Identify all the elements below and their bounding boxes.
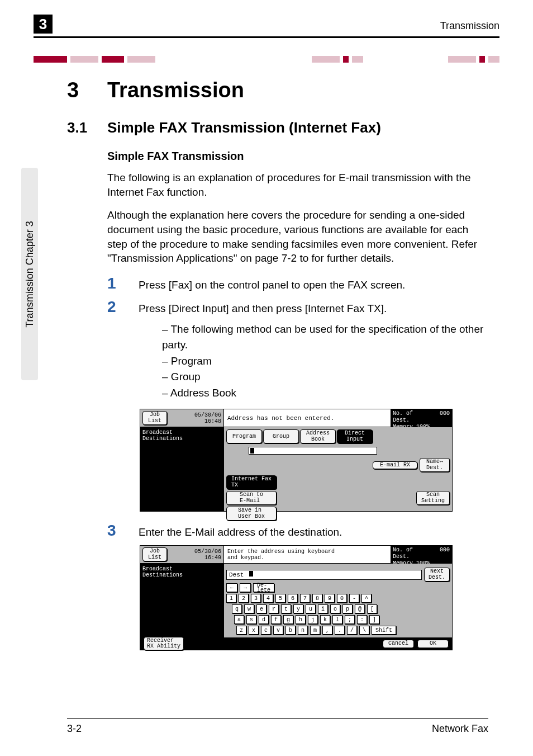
keyboard-key[interactable]: ^	[361, 594, 372, 603]
keyboard-key[interactable]: p	[342, 604, 353, 613]
job-list-button[interactable]: Job List	[142, 411, 167, 425]
keyboard-key[interactable]: ,	[322, 626, 332, 635]
email-rx-button[interactable]: E-mail RX	[373, 461, 417, 470]
product-name: Network Fax	[432, 723, 488, 735]
step-number: 3	[107, 522, 139, 540]
keyboard-key[interactable]: k	[320, 615, 330, 624]
running-title: Transmission	[440, 20, 499, 32]
address-book-tab[interactable]: Address Book	[300, 429, 336, 443]
keyboard-key[interactable]: 7	[300, 594, 310, 603]
keyboard-key[interactable]: 1	[226, 594, 236, 603]
step-text: Press [Direct Input] and then press [Int…	[139, 298, 387, 316]
keyboard-key[interactable]: o	[330, 604, 340, 613]
sublist-note: The following method can be used for the…	[162, 322, 488, 353]
decorative-bar	[34, 56, 499, 63]
arrow-left-key[interactable]: ←	[226, 583, 237, 592]
name-dest-button[interactable]: Name↔ Dest.	[420, 458, 450, 472]
dest-field-label: Dest	[229, 571, 244, 578]
keyboard-key[interactable]: h	[296, 615, 306, 624]
keyboard-key[interactable]: s	[246, 615, 256, 624]
step-text: Enter the E-Mail address of the destinat…	[139, 522, 342, 540]
lcd-left-panel: Broadcast Destinations	[140, 564, 224, 637]
keyboard-key[interactable]: l	[332, 615, 342, 624]
sublist-item: Program	[162, 353, 488, 370]
receiver-rx-ability-button[interactable]: Receiver RX Ability	[144, 637, 184, 650]
keyboard-key[interactable]: b	[285, 626, 296, 635]
keyboard-key[interactable]: r	[269, 604, 279, 613]
keyboard-key[interactable]: -	[349, 594, 359, 603]
paragraph: The following is an explanation of proce…	[107, 171, 488, 199]
arrow-right-key[interactable]: →	[240, 583, 251, 592]
keyboard-row-num: 1234567890-^	[226, 594, 450, 603]
lcd-dest-count: 000	[440, 547, 450, 560]
keyboard-key[interactable]: i	[318, 604, 328, 613]
h2-number: 3.1	[67, 119, 107, 136]
keyboard-key[interactable]: n	[298, 626, 308, 635]
keyboard-key[interactable]: v	[273, 626, 283, 635]
direct-input-tab[interactable]: Direct Input	[337, 429, 373, 443]
lcd-left-panel: Broadcast Destinations	[140, 427, 224, 511]
page-footer: 3-2 Network Fax	[67, 718, 488, 735]
keyboard-key[interactable]: 0	[337, 594, 347, 603]
keyboard-key[interactable]: 8	[312, 594, 322, 603]
keyboard-key[interactable]: j	[308, 615, 318, 624]
cancel-button[interactable]: Cancel	[383, 640, 414, 648]
keyboard-key[interactable]: ;	[345, 615, 355, 624]
h1-text: Transmission	[107, 78, 244, 102]
keyboard-key[interactable]: 6	[288, 594, 298, 603]
keyboard-key[interactable]: f	[271, 615, 281, 624]
keyboard-row-a: asdfghjkl;:]	[234, 615, 450, 624]
paragraph: Although the explanation here covers the…	[107, 208, 488, 266]
keyboard-key[interactable]: \	[359, 626, 369, 635]
keyboard-key[interactable]: e	[256, 604, 266, 613]
keyboard-row-q: qwertyuiop@[	[232, 604, 450, 613]
side-tab-label: Transmission Chapter 3	[24, 221, 36, 327]
keyboard-key[interactable]: 4	[263, 594, 273, 603]
keyboard-key[interactable]: y	[293, 604, 303, 613]
keyboard-key[interactable]: .	[335, 626, 345, 635]
keyboard-key[interactable]: @	[355, 604, 365, 613]
ok-button[interactable]: OK	[417, 640, 449, 648]
keyboard-key[interactable]: q	[232, 604, 242, 613]
keyboard-key[interactable]: w	[244, 604, 254, 613]
lcd-datetime: 05/30/06 16:48	[170, 412, 221, 424]
keyboard-key[interactable]: d	[259, 615, 269, 624]
step-number: 2	[107, 298, 139, 316]
next-dest-button[interactable]: Next Dest.	[424, 568, 450, 582]
keyboard-key[interactable]: 5	[275, 594, 285, 603]
shift-key[interactable]: Shift	[372, 626, 396, 635]
lcd-screenshot-1: Job List 05/30/06 16:48 Address has not …	[140, 409, 453, 512]
keyboard-key[interactable]: a	[234, 615, 244, 624]
keyboard-key[interactable]: 9	[325, 594, 335, 603]
sublist-item: Group	[162, 369, 488, 385]
lcd-dest-count: 000	[440, 410, 450, 424]
save-in-user-box-button[interactable]: Save in User Box	[226, 507, 277, 521]
keyboard-key[interactable]: c	[261, 626, 271, 635]
program-tab[interactable]: Program	[226, 429, 262, 443]
keyboard-key[interactable]: t	[281, 604, 291, 613]
chapter-badge: 3	[34, 15, 53, 34]
job-list-button[interactable]: Job List	[142, 547, 167, 561]
keyboard-key[interactable]: z	[236, 626, 246, 635]
scan-to-email-button[interactable]: Scan to E-Mail	[226, 491, 277, 505]
heading-2: 3.1Simple FAX Transmission (Internet Fax…	[67, 119, 488, 136]
keyboard-key[interactable]: ]	[369, 615, 379, 624]
keyboard-key[interactable]: [	[367, 604, 377, 613]
keyboard-key[interactable]: x	[249, 626, 259, 635]
delete-key[interactable]: De- lete	[253, 583, 274, 592]
keyboard-key[interactable]: :	[357, 615, 367, 624]
keyboard-key[interactable]: u	[306, 604, 316, 613]
heading-3: Simple FAX Transmission	[107, 150, 488, 163]
h1-number: 3	[67, 78, 107, 102]
step-text: Press [Fax] on the control panel to open…	[139, 275, 405, 292]
group-tab[interactable]: Group	[263, 429, 299, 443]
keyboard-key[interactable]: 3	[251, 594, 261, 603]
keyboard-key[interactable]: g	[283, 615, 293, 624]
internet-fax-tx-button[interactable]: Internet Fax TX	[226, 475, 277, 489]
side-tab: Transmission Chapter 3	[21, 168, 38, 380]
step-2-sublist: The following method can be used for the…	[162, 322, 488, 401]
keyboard-key[interactable]: /	[347, 626, 357, 635]
keyboard-key[interactable]: 2	[239, 594, 249, 603]
scan-setting-button[interactable]: Scan Setting	[416, 491, 450, 505]
keyboard-key[interactable]: m	[310, 626, 320, 635]
